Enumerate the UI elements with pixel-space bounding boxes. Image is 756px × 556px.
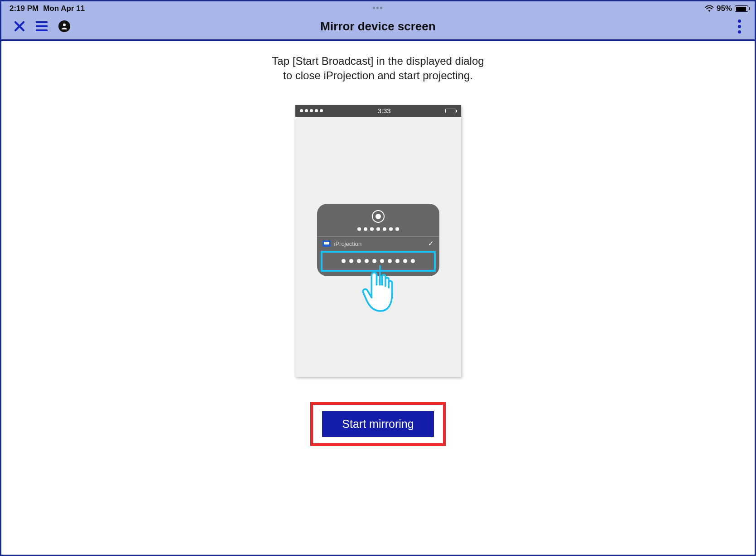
iprojection-label: iProjection — [334, 240, 362, 247]
tap-hand-icon — [358, 262, 401, 316]
illustration-phone: 3:33 iProjection ✓ — [295, 105, 461, 377]
instruction-text: Tap [Start Broadcast] in the displayed d… — [272, 54, 484, 83]
instruction-line-2: to close iProjection and start projectin… — [272, 68, 484, 83]
user-icon[interactable] — [58, 20, 70, 32]
menu-icon[interactable] — [36, 21, 48, 31]
record-icon — [372, 210, 385, 223]
obscured-text-dots — [357, 227, 399, 231]
illustration-phone-statusbar: 3:33 — [295, 105, 461, 117]
battery-percent: 95% — [717, 4, 732, 13]
ipad-status-bar: 2:19 PM Mon Apr 11 ••• 95% — [1, 1, 755, 13]
annotation-highlight-box: Start mirroring — [310, 402, 445, 446]
page-title: Mirror device screen — [320, 19, 435, 34]
more-options-icon[interactable] — [738, 19, 741, 34]
svg-point-2 — [63, 24, 66, 26]
status-date: Mon Apr 11 — [43, 4, 85, 13]
close-icon[interactable] — [14, 21, 25, 32]
wifi-icon — [705, 5, 714, 12]
main-content: Tap [Start Broadcast] in the displayed d… — [1, 41, 755, 446]
start-mirroring-button[interactable]: Start mirroring — [322, 411, 433, 437]
status-time: 2:19 PM — [10, 4, 39, 13]
multitask-handle-icon[interactable]: ••• — [373, 4, 384, 13]
illustration-battery-icon — [445, 109, 456, 113]
checkmark-icon: ✓ — [428, 240, 434, 248]
battery-icon — [735, 5, 748, 12]
iprojection-row: iProjection ✓ — [317, 236, 439, 251]
app-navbar: Mirror device screen — [1, 13, 755, 41]
illustration-phone-time: 3:33 — [377, 107, 390, 115]
instruction-line-1: Tap [Start Broadcast] in the displayed d… — [272, 54, 484, 68]
iprojection-app-icon — [323, 240, 331, 247]
signal-dots-icon — [300, 109, 323, 112]
